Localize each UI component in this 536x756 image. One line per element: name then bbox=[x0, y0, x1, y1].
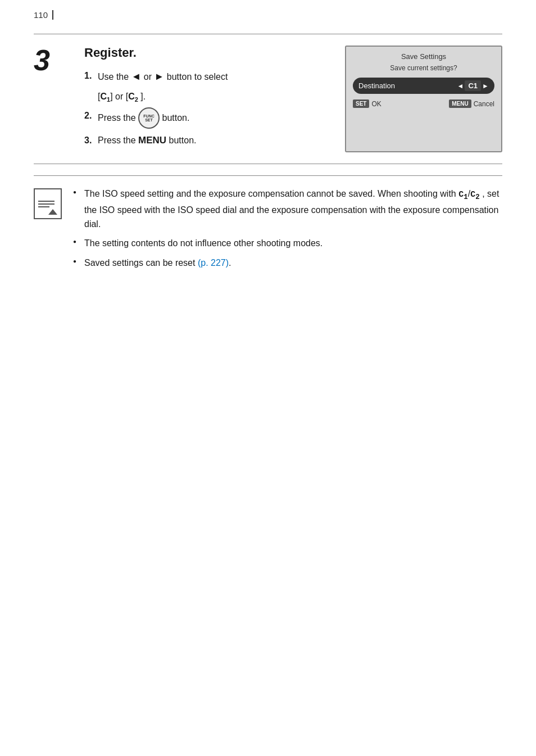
cam-arrow-left-icon: ◄ bbox=[457, 82, 464, 90]
note-icon bbox=[34, 188, 62, 219]
note-icon-line-3 bbox=[38, 206, 49, 207]
step-li-num-2: 2. bbox=[84, 108, 94, 129]
cam-destination-row: Destination ◄ C1 ► bbox=[353, 78, 494, 94]
note-content: The ISO speed setting and the exposure c… bbox=[73, 187, 502, 276]
c2-label: C2 bbox=[128, 92, 138, 101]
note-link[interactable]: (p. 227) bbox=[198, 258, 229, 268]
cam-screen-title: Save Settings bbox=[353, 52, 494, 61]
cam-set-label: SET bbox=[353, 99, 369, 108]
cam-menu-cancel-btn: MENU Cancel bbox=[449, 99, 494, 108]
c2-code: C2 bbox=[470, 190, 480, 200]
step-li-text-3: Press the MENU button. bbox=[98, 133, 328, 149]
note-icon-line-2 bbox=[38, 203, 54, 205]
note-triangle-icon bbox=[48, 209, 57, 215]
menu-bold-label: MENU bbox=[138, 135, 166, 146]
note-section: The ISO speed setting and the exposure c… bbox=[34, 175, 502, 287]
cam-arrow-right-icon: ► bbox=[482, 82, 489, 90]
cam-dest-label: Destination bbox=[358, 82, 395, 90]
cam-screen-subtitle: Save current settings? bbox=[353, 64, 494, 72]
cam-menu-label: MENU bbox=[449, 99, 471, 108]
c1-code: C1 bbox=[458, 190, 468, 200]
note-item-2: The setting contents do not influence ot… bbox=[73, 237, 502, 251]
instruction-item-1: 1. Use the ◄ or ► button to select bbox=[84, 68, 328, 85]
func-set-button-icon: FUNC SET bbox=[138, 107, 160, 129]
step-instructions: 1. Use the ◄ or ► button to select [C1] … bbox=[84, 68, 328, 149]
step-li-text-2: Press the FUNC SET button. bbox=[98, 108, 328, 129]
instruction-item-2: 2. Press the FUNC SET button. bbox=[84, 108, 328, 129]
note-icon-line-1 bbox=[38, 201, 54, 202]
note-list: The ISO speed setting and the exposure c… bbox=[73, 187, 502, 270]
cam-buttons-row: SET OK MENU Cancel bbox=[353, 99, 494, 108]
note-item-1: The ISO speed setting and the exposure c… bbox=[73, 187, 502, 231]
step-li-text-1: Use the ◄ or ► button to select bbox=[98, 68, 328, 85]
step-section: 3 Register. 1. Use the ◄ or ► button to … bbox=[34, 34, 502, 164]
instruction-item-1b: [C1] or [C2 ]. bbox=[98, 89, 328, 105]
step-content: Register. 1. Use the ◄ or ► button to se… bbox=[84, 46, 328, 152]
step-number: 3 bbox=[34, 46, 67, 152]
cam-c1-value: C1 bbox=[465, 80, 481, 91]
note-item-3: Saved settings can be reset (p. 227). bbox=[73, 256, 502, 270]
step-title: Register. bbox=[84, 46, 328, 60]
step-li-num-1: 1. bbox=[84, 68, 94, 85]
step-li-num-3: 3. bbox=[84, 133, 94, 149]
cam-ok-text: OK bbox=[371, 100, 381, 108]
camera-screen: Save Settings Save current settings? Des… bbox=[345, 46, 502, 152]
instruction-item-3: 3. Press the MENU button. bbox=[84, 133, 328, 149]
page-number: 110 bbox=[34, 10, 53, 20]
cam-dest-value: ◄ C1 ► bbox=[457, 80, 489, 91]
cam-cancel-text: Cancel bbox=[474, 100, 494, 108]
arrow-left-icon: ◄ bbox=[131, 71, 142, 82]
c1-label: C1 bbox=[100, 92, 110, 101]
cam-set-ok-btn: SET OK bbox=[353, 99, 381, 108]
arrow-right-icon: ► bbox=[155, 71, 165, 82]
